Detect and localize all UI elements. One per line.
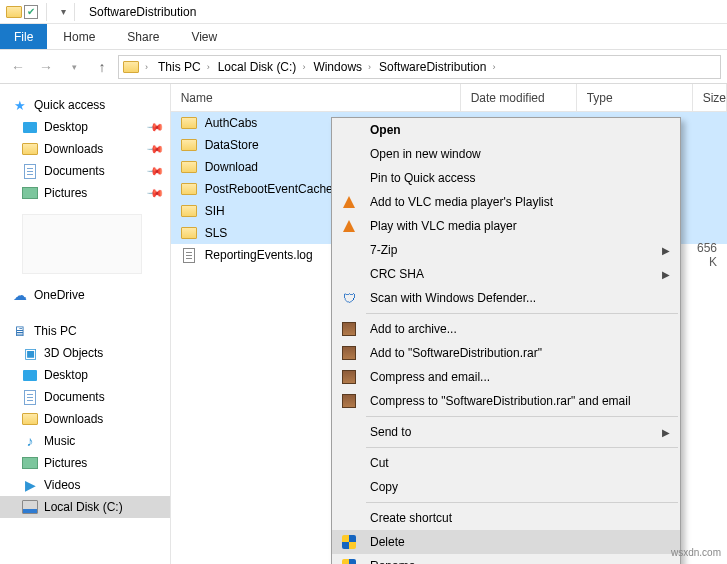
folder-icon [181,227,197,239]
file-name: PostRebootEventCache [205,182,333,196]
sidebar-item-pictures2[interactable]: Pictures [0,452,170,474]
vlc-icon [340,193,358,211]
nav-up[interactable]: ↑ [90,55,114,79]
ctx-add-to-rar[interactable]: Add to "SoftwareDistribution.rar" [332,341,680,365]
tab-home[interactable]: Home [47,24,111,49]
pin-icon: 📌 [145,161,164,180]
file-name: DataStore [205,138,259,152]
ctx-send-to[interactable]: Send to▶ [332,420,680,444]
rar-icon [340,392,358,410]
breadcrumb[interactable]: › This PC› Local Disk (C:)› Windows› Sof… [118,55,721,79]
documents-icon [24,164,36,179]
nav-recent[interactable]: ▾ [62,55,86,79]
folder-icon [181,139,197,151]
ctx-compress-to-email[interactable]: Compress to "SoftwareDistribution.rar" a… [332,389,680,413]
ctx-vlc-add[interactable]: Add to VLC media player's Playlist [332,190,680,214]
sidebar-item-localdisk[interactable]: Local Disk (C:) [0,496,170,518]
tab-view[interactable]: View [175,24,233,49]
ctx-delete[interactable]: Delete [332,530,680,554]
sidebar-item-documents[interactable]: Documents📌 [0,160,170,182]
navigation-pane: ★ Quick access Desktop📌 Downloads📌 Docum… [0,84,171,564]
file-name: SLS [205,226,228,240]
pc-icon: 🖥 [12,323,28,339]
cloud-icon: ☁ [12,287,28,303]
sidebar-item-documents2[interactable]: Documents [0,386,170,408]
file-name: Download [205,160,258,174]
folder-icon [181,161,197,173]
pin-icon: 📌 [145,183,164,202]
star-icon: ★ [12,97,28,113]
uac-shield-icon [340,533,358,551]
nav-back[interactable]: ← [6,55,30,79]
sidebar-onedrive[interactable]: ☁OneDrive [0,284,170,306]
pictures-icon [22,187,38,199]
sidebar-item-downloads2[interactable]: Downloads [0,408,170,430]
file-name: SIH [205,204,225,218]
objects-icon: ▣ [22,345,38,361]
ctx-7zip[interactable]: 7-Zip▶ [332,238,680,262]
ctx-create-shortcut[interactable]: Create shortcut [332,506,680,530]
folder-icon [181,117,197,129]
pictures-icon [22,457,38,469]
folder-icon [22,413,38,425]
col-date[interactable]: Date modified [461,84,577,111]
ctx-add-archive[interactable]: Add to archive... [332,317,680,341]
ctx-open-new-window[interactable]: Open in new window [332,142,680,166]
ctx-vlc-play[interactable]: Play with VLC media player [332,214,680,238]
title-bar: ✔ ▾ SoftwareDistribution [0,0,727,24]
column-headers: Name Date modified Type Size [171,84,727,112]
crumb-windows[interactable]: Windows [313,60,362,74]
desktop-icon [23,122,37,133]
sidebar-item-desktop[interactable]: Desktop📌 [0,116,170,138]
uac-shield-icon [340,557,358,564]
ctx-defender[interactable]: 🛡Scan with Windows Defender... [332,286,680,310]
file-icon [183,248,195,263]
ctx-pin-quick-access[interactable]: Pin to Quick access [332,166,680,190]
sidebar-item-pictures[interactable]: Pictures📌 [0,182,170,204]
file-size: 656 K [693,241,727,269]
rar-icon [340,320,358,338]
address-bar: ← → ▾ ↑ › This PC› Local Disk (C:)› Wind… [0,50,727,84]
sidebar-thumbnail [22,214,142,274]
documents-icon [24,390,36,405]
folder-icon [22,143,38,155]
breadcrumb-icon [123,61,139,73]
file-name: ReportingEvents.log [205,248,313,262]
music-icon: ♪ [22,433,38,449]
sidebar-quick-access[interactable]: ★ Quick access [0,94,170,116]
folder-icon [181,183,197,195]
col-type[interactable]: Type [577,84,693,111]
crumb-c[interactable]: Local Disk (C:) [218,60,297,74]
file-tab[interactable]: File [0,24,47,49]
submenu-arrow-icon: ▶ [662,269,670,280]
ctx-crcsha[interactable]: CRC SHA▶ [332,262,680,286]
app-icon [6,6,22,18]
sidebar-item-3dobjects[interactable]: ▣3D Objects [0,342,170,364]
file-name: AuthCabs [205,116,258,130]
sidebar-item-downloads[interactable]: Downloads📌 [0,138,170,160]
qat-checkbox[interactable]: ✔ [24,5,38,19]
sidebar-thispc[interactable]: 🖥This PC [0,320,170,342]
crumb-thispc[interactable]: This PC [158,60,201,74]
submenu-arrow-icon: ▶ [662,245,670,256]
pin-icon: 📌 [145,117,164,136]
sidebar-item-music[interactable]: ♪Music [0,430,170,452]
ctx-copy[interactable]: Copy [332,475,680,499]
sidebar-item-desktop2[interactable]: Desktop [0,364,170,386]
tab-share[interactable]: Share [111,24,175,49]
window-title: SoftwareDistribution [89,5,196,19]
pin-icon: 📌 [145,139,164,158]
folder-icon [181,205,197,217]
sidebar-item-videos[interactable]: ▶Videos [0,474,170,496]
ctx-rename[interactable]: Rename [332,554,680,564]
crumb-swdist[interactable]: SoftwareDistribution [379,60,486,74]
col-name[interactable]: Name [171,84,461,111]
ctx-open[interactable]: Open [332,118,680,142]
rar-icon [340,368,358,386]
nav-fwd[interactable]: → [34,55,58,79]
ctx-compress-email[interactable]: Compress and email... [332,365,680,389]
ctx-cut[interactable]: Cut [332,451,680,475]
col-size[interactable]: Size [693,84,727,111]
videos-icon: ▶ [22,477,38,493]
vlc-icon [340,217,358,235]
